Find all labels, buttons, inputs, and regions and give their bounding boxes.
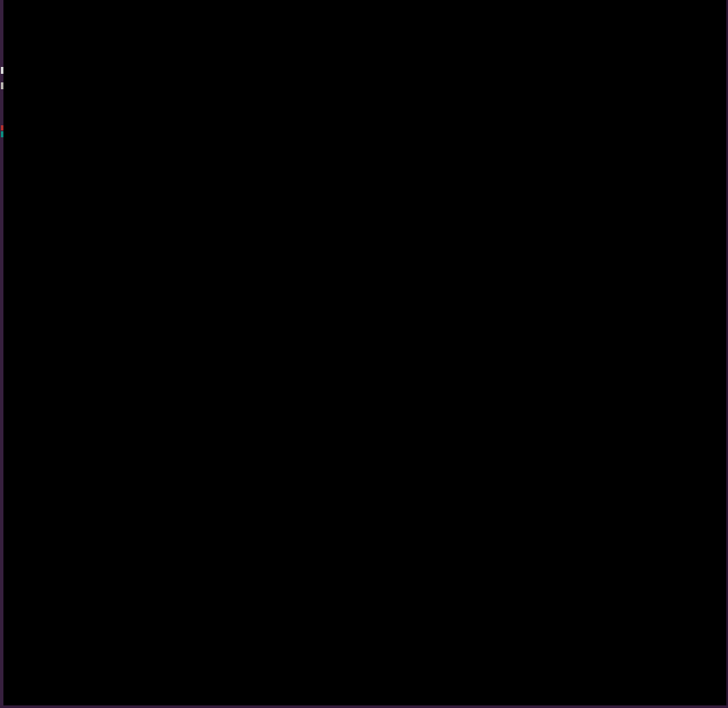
terminal-desktop: { "terminal": { "partial_top_line": "osu… (0, 0, 728, 708)
desktop-artifact (1, 82, 3, 89)
desktop-artifact (1, 67, 3, 74)
desktop-artifact (1, 131, 3, 137)
desktop-artifact (1, 125, 3, 130)
desktop-edge-left (0, 0, 3, 708)
